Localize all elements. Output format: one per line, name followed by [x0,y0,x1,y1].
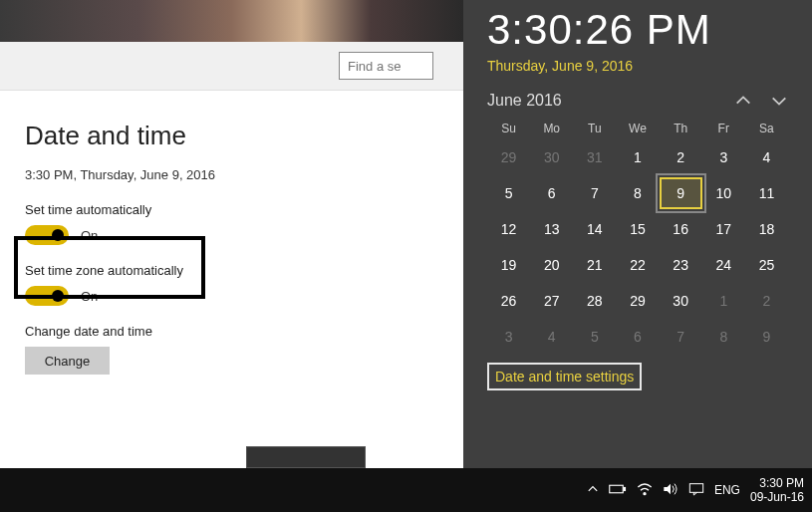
calendar-month[interactable]: June 2016 [487,92,562,110]
calendar-day[interactable]: 25 [745,249,788,281]
weekday-label: Su [487,122,530,135]
header-image [0,0,463,42]
settings-panel: Date and time 3:30 PM, Thursday, June 9,… [0,91,463,422]
chevron-up-icon[interactable] [734,92,752,110]
calendar-day[interactable]: 2 [745,285,788,317]
tray-chevron-up-icon[interactable] [587,483,599,498]
calendar-day[interactable]: 10 [702,177,745,209]
calendar-day[interactable]: 28 [573,285,616,317]
calendar-day[interactable]: 1 [616,141,659,173]
calendar-day[interactable]: 8 [702,321,745,353]
current-datetime: 3:30 PM, Thursday, June 9, 2016 [25,167,438,182]
calendar-day[interactable]: 21 [573,249,616,281]
calendar-day[interactable]: 31 [573,141,616,173]
calendar-day[interactable]: 5 [487,177,530,209]
flyout-time: 3:30:26 PM [487,6,788,54]
date-time-settings-link[interactable]: Date and time settings [495,369,634,384]
calendar-day[interactable]: 3 [487,321,530,353]
set-time-auto-state: On [81,228,98,243]
date-time-settings-box: Date and time settings [487,363,642,390]
svg-marker-3 [664,483,671,494]
taskbar-preview[interactable] [246,446,366,468]
svg-rect-4 [689,483,702,492]
language-indicator[interactable]: ENG [714,483,740,497]
set-tz-auto-label: Set time zone automatically [25,263,438,278]
calendar-day[interactable]: 20 [530,249,573,281]
calendar-day[interactable]: 23 [660,249,702,281]
battery-icon[interactable] [609,483,627,498]
wifi-icon[interactable] [637,482,653,499]
calendar-day[interactable]: 11 [745,177,788,209]
set-tz-auto-toggle[interactable] [25,286,69,306]
calendar-day[interactable]: 6 [616,321,659,353]
calendar-day[interactable]: 7 [573,177,616,209]
calendar-day[interactable]: 4 [745,141,788,173]
set-tz-auto-block: Set time zone automatically On [25,263,438,306]
calendar-day[interactable]: 17 [702,213,745,245]
calendar-day[interactable]: 29 [487,141,530,173]
calendar-day[interactable]: 30 [660,285,702,317]
taskbar-time: 3:30 PM [750,476,804,490]
weekday-label: Fr [702,122,745,135]
calendar-day[interactable]: 8 [616,177,659,209]
calendar-weekdays: SuMoTuWeThFrSa [487,122,788,135]
calendar-day[interactable]: 18 [745,213,788,245]
weekday-label: Th [660,122,702,135]
search-input[interactable] [339,52,433,80]
weekday-label: We [616,122,659,135]
calendar-header: June 2016 [487,92,788,110]
calendar-day[interactable]: 6 [530,177,573,209]
calendar-day[interactable]: 15 [616,213,659,245]
change-button[interactable]: Change [25,347,110,375]
calendar-day[interactable]: 19 [487,249,530,281]
calendar-grid: 2930311234567891011121314151617181920212… [487,141,788,353]
calendar-day[interactable]: 1 [702,285,745,317]
calendar-day[interactable]: 4 [530,321,573,353]
calendar-day[interactable]: 13 [530,213,573,245]
weekday-label: Mo [530,122,573,135]
svg-rect-0 [610,485,624,493]
weekday-label: Sa [745,122,788,135]
set-time-auto-toggle[interactable] [25,225,69,245]
taskbar-date: 09-Jun-16 [750,490,804,504]
calendar-day[interactable]: 27 [530,285,573,317]
calendar-day[interactable]: 30 [530,141,573,173]
taskbar-clock[interactable]: 3:30 PM 09-Jun-16 [750,476,804,505]
svg-point-2 [644,492,646,494]
calendar-day[interactable]: 16 [660,213,702,245]
calendar-day[interactable]: 14 [573,213,616,245]
calendar-day[interactable]: 22 [616,249,659,281]
calendar-day[interactable]: 5 [573,321,616,353]
chevron-down-icon[interactable] [770,92,788,110]
svg-rect-1 [624,487,626,490]
change-datetime-label: Change date and time [25,324,438,339]
action-center-icon[interactable] [688,482,704,499]
calendar-day[interactable]: 24 [702,249,745,281]
change-datetime-block: Change date and time Change [25,324,438,375]
calendar-day[interactable]: 7 [660,321,702,353]
set-time-auto-block: Set time automatically On [25,202,438,245]
page-title: Date and time [25,121,438,151]
flyout-date[interactable]: Thursday, June 9, 2016 [487,58,788,74]
calendar-day[interactable]: 2 [660,141,702,173]
calendar-day[interactable]: 12 [487,213,530,245]
weekday-label: Tu [573,122,616,135]
volume-icon[interactable] [663,482,678,499]
set-time-auto-label: Set time automatically [25,202,438,217]
taskbar: ENG 3:30 PM 09-Jun-16 [0,468,812,512]
calendar-day[interactable]: 9 [745,321,788,353]
clock-flyout: 3:30:26 PM Thursday, June 9, 2016 June 2… [463,0,812,468]
search-row [0,42,463,91]
calendar-day[interactable]: 3 [702,141,745,173]
system-tray [587,482,704,499]
calendar-day[interactable]: 26 [487,285,530,317]
calendar-day[interactable]: 29 [616,285,659,317]
calendar-day[interactable]: 9 [660,177,702,209]
set-tz-auto-state: On [81,289,98,304]
